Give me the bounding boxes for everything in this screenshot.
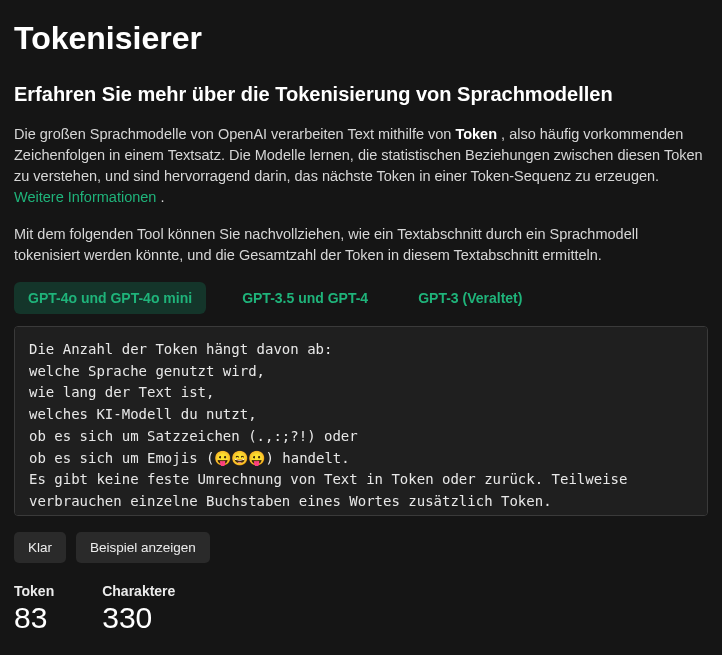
tokenizer-input[interactable] bbox=[14, 326, 708, 516]
tab-gpt3-legacy[interactable]: GPT-3 (Veraltet) bbox=[404, 282, 536, 314]
token-strong: Token bbox=[455, 126, 497, 142]
token-value: 83 bbox=[14, 601, 54, 635]
char-stat: Charaktere 330 bbox=[102, 583, 175, 635]
token-label: Token bbox=[14, 583, 54, 599]
intro-text: Die großen Sprachmodelle von OpenAI vera… bbox=[14, 126, 455, 142]
more-info-link[interactable]: Weitere Informationen bbox=[14, 189, 156, 205]
stats-row: Token 83 Charaktere 330 bbox=[14, 583, 708, 635]
tab-gpt4o[interactable]: GPT-4o und GPT-4o mini bbox=[14, 282, 206, 314]
model-tabs: GPT-4o und GPT-4o mini GPT-3.5 und GPT-4… bbox=[14, 282, 708, 314]
char-label: Charaktere bbox=[102, 583, 175, 599]
clear-button[interactable]: Klar bbox=[14, 532, 66, 563]
char-value: 330 bbox=[102, 601, 175, 635]
token-stat: Token 83 bbox=[14, 583, 54, 635]
intro-paragraph-1: Die großen Sprachmodelle von OpenAI vera… bbox=[14, 124, 708, 208]
page-subtitle: Erfahren Sie mehr über die Tokenisierung… bbox=[14, 83, 708, 106]
page-title: Tokenisierer bbox=[14, 20, 708, 57]
intro-text-3: . bbox=[156, 189, 164, 205]
button-row: Klar Beispiel anzeigen bbox=[14, 532, 708, 563]
show-example-button[interactable]: Beispiel anzeigen bbox=[76, 532, 210, 563]
tab-gpt35-gpt4[interactable]: GPT-3.5 und GPT-4 bbox=[228, 282, 382, 314]
intro-paragraph-2: Mit dem folgenden Tool können Sie nachvo… bbox=[14, 224, 708, 266]
